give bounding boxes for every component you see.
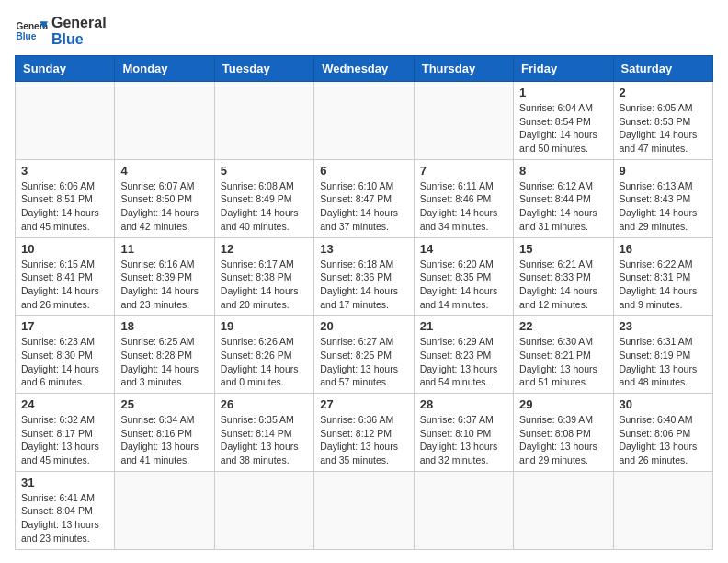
column-header-thursday: Thursday bbox=[414, 56, 513, 82]
day-info: Sunrise: 6:29 AMSunset: 8:23 PMDaylight:… bbox=[420, 335, 507, 389]
calendar-cell bbox=[115, 471, 214, 549]
day-info: Sunrise: 6:16 AMSunset: 8:39 PMDaylight:… bbox=[120, 258, 208, 312]
logo-blue: Blue bbox=[51, 31, 107, 48]
svg-text:Blue: Blue bbox=[16, 31, 36, 41]
column-header-saturday: Saturday bbox=[613, 56, 712, 82]
column-header-sunday: Sunday bbox=[16, 56, 115, 82]
day-number: 21 bbox=[420, 319, 507, 333]
calendar-cell bbox=[414, 471, 513, 549]
day-number: 9 bbox=[620, 164, 707, 178]
calendar-cell bbox=[314, 471, 414, 549]
logo: General Blue General Blue bbox=[15, 15, 107, 48]
header: General Blue General Blue bbox=[15, 15, 713, 48]
day-number: 30 bbox=[620, 397, 707, 411]
column-header-monday: Monday bbox=[115, 56, 214, 82]
calendar-cell bbox=[514, 471, 613, 549]
day-number: 23 bbox=[620, 319, 707, 333]
week-row-5: 24Sunrise: 6:32 AMSunset: 8:17 PMDayligh… bbox=[16, 394, 713, 472]
week-row-1: 1Sunrise: 6:04 AMSunset: 8:54 PMDaylight… bbox=[16, 82, 713, 160]
day-info: Sunrise: 6:17 AMSunset: 8:38 PMDaylight:… bbox=[221, 258, 308, 312]
logo-icon: General Blue bbox=[15, 15, 48, 48]
day-number: 17 bbox=[21, 319, 108, 333]
week-row-3: 10Sunrise: 6:15 AMSunset: 8:41 PMDayligh… bbox=[16, 237, 713, 316]
calendar-cell: 18Sunrise: 6:25 AMSunset: 8:28 PMDayligh… bbox=[115, 316, 214, 394]
day-info: Sunrise: 6:20 AMSunset: 8:35 PMDaylight:… bbox=[420, 258, 507, 312]
week-row-4: 17Sunrise: 6:23 AMSunset: 8:30 PMDayligh… bbox=[16, 316, 713, 394]
day-info: Sunrise: 6:11 AMSunset: 8:46 PMDaylight:… bbox=[420, 179, 507, 234]
column-header-friday: Friday bbox=[514, 56, 613, 82]
calendar-cell: 20Sunrise: 6:27 AMSunset: 8:25 PMDayligh… bbox=[314, 316, 414, 394]
day-number: 1 bbox=[519, 86, 607, 99]
day-info: Sunrise: 6:30 AMSunset: 8:21 PMDaylight:… bbox=[519, 335, 607, 389]
calendar-cell bbox=[613, 471, 712, 549]
calendar-cell: 11Sunrise: 6:16 AMSunset: 8:39 PMDayligh… bbox=[115, 237, 214, 316]
day-number: 16 bbox=[620, 242, 707, 256]
calendar-cell: 10Sunrise: 6:15 AMSunset: 8:41 PMDayligh… bbox=[16, 237, 115, 316]
day-info: Sunrise: 6:13 AMSunset: 8:43 PMDaylight:… bbox=[620, 179, 707, 234]
calendar-cell: 4Sunrise: 6:07 AMSunset: 8:50 PMDaylight… bbox=[115, 159, 214, 237]
day-info: Sunrise: 6:06 AMSunset: 8:51 PMDaylight:… bbox=[21, 179, 108, 234]
calendar-cell: 22Sunrise: 6:30 AMSunset: 8:21 PMDayligh… bbox=[514, 316, 613, 394]
day-number: 22 bbox=[519, 319, 607, 333]
column-header-wednesday: Wednesday bbox=[314, 56, 414, 82]
week-row-6: 31Sunrise: 6:41 AMSunset: 8:04 PMDayligh… bbox=[16, 471, 713, 549]
day-info: Sunrise: 6:31 AMSunset: 8:19 PMDaylight:… bbox=[620, 335, 707, 389]
calendar-header-row: SundayMondayTuesdayWednesdayThursdayFrid… bbox=[16, 56, 713, 82]
calendar-cell: 14Sunrise: 6:20 AMSunset: 8:35 PMDayligh… bbox=[414, 237, 513, 316]
calendar-cell: 31Sunrise: 6:41 AMSunset: 8:04 PMDayligh… bbox=[16, 471, 115, 549]
day-info: Sunrise: 6:10 AMSunset: 8:47 PMDaylight:… bbox=[320, 179, 407, 234]
day-number: 4 bbox=[120, 164, 208, 178]
day-number: 12 bbox=[221, 242, 308, 256]
calendar-cell bbox=[414, 82, 513, 160]
calendar-cell bbox=[214, 82, 313, 160]
calendar-cell: 30Sunrise: 6:40 AMSunset: 8:06 PMDayligh… bbox=[613, 394, 712, 472]
calendar-cell: 2Sunrise: 6:05 AMSunset: 8:53 PMDaylight… bbox=[613, 82, 712, 160]
calendar-cell: 29Sunrise: 6:39 AMSunset: 8:08 PMDayligh… bbox=[514, 394, 613, 472]
day-number: 29 bbox=[519, 397, 607, 411]
day-info: Sunrise: 6:36 AMSunset: 8:12 PMDaylight:… bbox=[320, 413, 407, 467]
day-info: Sunrise: 6:23 AMSunset: 8:30 PMDaylight:… bbox=[21, 335, 108, 389]
day-number: 20 bbox=[320, 319, 407, 333]
day-number: 28 bbox=[420, 397, 507, 411]
day-info: Sunrise: 6:15 AMSunset: 8:41 PMDaylight:… bbox=[21, 258, 108, 312]
day-info: Sunrise: 6:26 AMSunset: 8:26 PMDaylight:… bbox=[221, 335, 308, 389]
calendar-cell: 28Sunrise: 6:37 AMSunset: 8:10 PMDayligh… bbox=[414, 394, 513, 472]
day-info: Sunrise: 6:18 AMSunset: 8:36 PMDaylight:… bbox=[320, 258, 407, 312]
calendar-cell: 25Sunrise: 6:34 AMSunset: 8:16 PMDayligh… bbox=[115, 394, 214, 472]
day-info: Sunrise: 6:41 AMSunset: 8:04 PMDaylight:… bbox=[21, 491, 108, 546]
logo-general: General bbox=[51, 15, 107, 31]
day-info: Sunrise: 6:05 AMSunset: 8:53 PMDaylight:… bbox=[620, 101, 707, 155]
calendar-cell bbox=[115, 82, 214, 160]
day-info: Sunrise: 6:35 AMSunset: 8:14 PMDaylight:… bbox=[221, 413, 308, 467]
day-number: 2 bbox=[620, 86, 707, 99]
calendar-cell: 19Sunrise: 6:26 AMSunset: 8:26 PMDayligh… bbox=[214, 316, 313, 394]
day-info: Sunrise: 6:39 AMSunset: 8:08 PMDaylight:… bbox=[519, 413, 607, 467]
day-info: Sunrise: 6:22 AMSunset: 8:31 PMDaylight:… bbox=[620, 258, 707, 312]
calendar-cell: 23Sunrise: 6:31 AMSunset: 8:19 PMDayligh… bbox=[613, 316, 712, 394]
day-number: 5 bbox=[221, 164, 308, 178]
day-number: 10 bbox=[21, 242, 108, 256]
calendar-cell: 24Sunrise: 6:32 AMSunset: 8:17 PMDayligh… bbox=[16, 394, 115, 472]
calendar-cell: 15Sunrise: 6:21 AMSunset: 8:33 PMDayligh… bbox=[514, 237, 613, 316]
day-number: 27 bbox=[320, 397, 407, 411]
calendar-cell: 3Sunrise: 6:06 AMSunset: 8:51 PMDaylight… bbox=[16, 159, 115, 237]
calendar: SundayMondayTuesdayWednesdayThursdayFrid… bbox=[15, 55, 713, 550]
calendar-cell: 27Sunrise: 6:36 AMSunset: 8:12 PMDayligh… bbox=[314, 394, 414, 472]
day-info: Sunrise: 6:34 AMSunset: 8:16 PMDaylight:… bbox=[120, 413, 208, 467]
calendar-cell bbox=[16, 82, 115, 160]
day-number: 19 bbox=[221, 319, 308, 333]
day-info: Sunrise: 6:07 AMSunset: 8:50 PMDaylight:… bbox=[120, 179, 208, 234]
day-info: Sunrise: 6:21 AMSunset: 8:33 PMDaylight:… bbox=[519, 258, 607, 312]
day-number: 11 bbox=[120, 242, 208, 256]
day-info: Sunrise: 6:40 AMSunset: 8:06 PMDaylight:… bbox=[620, 413, 707, 467]
day-number: 7 bbox=[420, 164, 507, 178]
day-number: 26 bbox=[221, 397, 308, 411]
week-row-2: 3Sunrise: 6:06 AMSunset: 8:51 PMDaylight… bbox=[16, 159, 713, 237]
calendar-cell: 26Sunrise: 6:35 AMSunset: 8:14 PMDayligh… bbox=[214, 394, 313, 472]
column-header-tuesday: Tuesday bbox=[214, 56, 313, 82]
day-info: Sunrise: 6:04 AMSunset: 8:54 PMDaylight:… bbox=[519, 101, 607, 155]
calendar-cell: 21Sunrise: 6:29 AMSunset: 8:23 PMDayligh… bbox=[414, 316, 513, 394]
day-number: 8 bbox=[519, 164, 607, 178]
day-number: 31 bbox=[21, 476, 108, 489]
calendar-cell: 6Sunrise: 6:10 AMSunset: 8:47 PMDaylight… bbox=[314, 159, 414, 237]
